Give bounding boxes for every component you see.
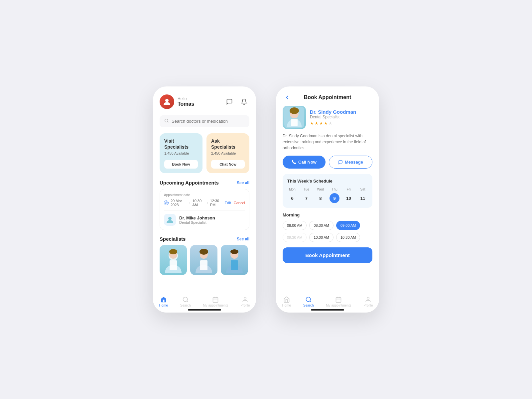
chat-now-button[interactable]: Chat Now [211,160,245,169]
svg-point-7 [169,249,177,254]
clock-icon [164,200,169,205]
nav2-home-label: Home [282,304,291,307]
upcoming-see-all[interactable]: See all [237,181,249,185]
search-bar[interactable] [160,115,249,127]
time-slots: 08:00 AM 08:30 AM 09:00 AM 09:30 AM 10:0… [283,221,372,242]
nav-profile-label: Profile [240,304,250,307]
profile-nav-icon [242,296,248,303]
search-nav2-icon [305,296,312,303]
schedule-section: This Week's Schedule Mon 6 Tue 7 Wed 8 [283,174,372,208]
appointment-card: Appointment date 20 Mar 2023 • 10:30 AM … [160,189,249,230]
time-slot-0900[interactable]: 09:00 AM [336,221,360,230]
nav2-home[interactable]: Home [282,296,291,307]
svg-rect-11 [231,260,238,270]
book-header: Book Appointment [283,94,372,100]
greeting-text: Hello [178,96,194,101]
action-buttons: Call Now Message [283,156,372,169]
upcoming-title: Upcoming Appointments [160,180,219,186]
nav2-profile-label: Profile [363,304,373,307]
visit-card-count: 1,450 Available [164,151,198,155]
phone-home-screen: Hello Tomas [153,86,256,313]
category-cards: VisitSpecialists 1,450 Available Book No… [160,133,249,173]
time-slot-1030[interactable]: 10:30 AM [336,233,360,242]
search-nav-icon [182,296,189,303]
day-thu[interactable]: Thu 9 [330,188,339,203]
main-container: Hello Tomas [0,86,532,313]
apt-end-time: 12:30 PM [210,199,223,207]
nav-profile[interactable]: Profile [240,296,250,307]
nav-appointments-label: My appointments [203,304,228,307]
greeting-block: Hello Tomas [178,96,194,107]
nav2-search[interactable]: Search [303,296,314,307]
time-slot-0830[interactable]: 08:30 AM [309,221,333,230]
specialists-see-all[interactable]: See all [237,237,249,241]
doctor-name: Dr. Sindy Goodman [310,109,356,115]
header-actions [224,96,249,107]
ask-card-count: 2,450 Available [211,151,245,155]
book-now-button[interactable]: Book Now [164,160,198,169]
star-1: ★ [310,121,314,126]
back-button[interactable] [283,94,292,102]
svg-point-24 [306,297,310,302]
phone-book-appointment: Book Appointment Dr. Sindy Goodman Denta… [276,86,379,313]
specialists-section-header: Specialists See all [160,236,249,242]
specialist-card-1[interactable] [160,245,187,275]
day-sat[interactable]: Sat 11 [358,188,368,203]
apt-doctor-spec: Dental Specialist [179,220,215,224]
day-fri[interactable]: Fri 10 [344,188,354,203]
home-header: Hello Tomas [160,94,249,109]
book-appointment-button[interactable]: Book Appointment [283,247,372,263]
message-icon[interactable] [224,96,235,107]
svg-point-29 [367,297,369,300]
doctor-photo [283,106,306,129]
apt-start-time: 10:30 AM [193,199,205,207]
nav-appointments[interactable]: My appointments [203,296,228,307]
search-input[interactable] [172,119,245,124]
doctor-specialty: Dental Specialist [310,115,356,119]
specialist-card-2[interactable] [190,245,217,275]
svg-rect-8 [200,260,207,270]
nav2-appointments[interactable]: My appointments [326,296,351,307]
specialist-photo-1 [160,245,187,275]
nav2-profile[interactable]: Profile [363,296,373,307]
time-slot-0800[interactable]: 08:00 AM [283,221,307,230]
svg-rect-5 [170,260,177,270]
svg-rect-15 [213,297,218,302]
nav-search[interactable]: Search [180,296,191,307]
doctor-profile-card: Dr. Sindy Goodman Dental Specialist ★ ★ … [283,106,372,129]
apt-edit-btn[interactable]: Edit [225,201,231,205]
morning-title: Morning [283,212,372,217]
doctor-info: Dr. Sindy Goodman Dental Specialist ★ ★ … [310,109,356,126]
svg-point-0 [165,99,169,102]
profile-nav2-icon [365,296,371,303]
apt-time-row: 20 Mar 2023 • 10:30 AM • 12:30 PM Edit C… [164,199,245,207]
specialists-title: Specialists [160,236,186,242]
call-now-button[interactable]: Call Now [283,156,326,169]
specialist-photo-2 [190,245,217,275]
time-slot-1000[interactable]: 10:00 AM [309,233,333,242]
specialist-photo-3 [221,245,248,275]
apt-doctor-info: Dr. Mike Johnson Dental Specialist [179,215,215,224]
calendar-nav2-icon [335,296,342,303]
day-wed[interactable]: Wed 8 [316,188,326,203]
nav2-appointments-label: My appointments [326,304,351,307]
search-icon [164,118,169,124]
nav-indicator [188,309,221,311]
notification-icon[interactable] [239,96,249,107]
day-mon[interactable]: Mon 6 [287,188,297,203]
day-tue[interactable]: Tue 7 [301,188,311,203]
svg-point-19 [244,297,246,300]
svg-point-10 [200,249,208,255]
apt-date: 20 Mar 2023 [171,199,187,207]
specialist-card-3[interactable] [221,245,248,275]
message-button[interactable]: Message [329,156,372,169]
apt-doctor-row: Dr. Mike Johnson Dental Specialist [164,210,245,226]
message-label: Message [345,160,363,165]
svg-point-22 [290,107,299,114]
specialists-row [160,245,249,275]
apt-cancel-btn[interactable]: Cancel [234,201,245,205]
svg-rect-25 [336,297,341,302]
nav-home[interactable]: Home [159,296,168,307]
call-now-label: Call Now [298,160,317,165]
svg-point-13 [230,249,238,254]
